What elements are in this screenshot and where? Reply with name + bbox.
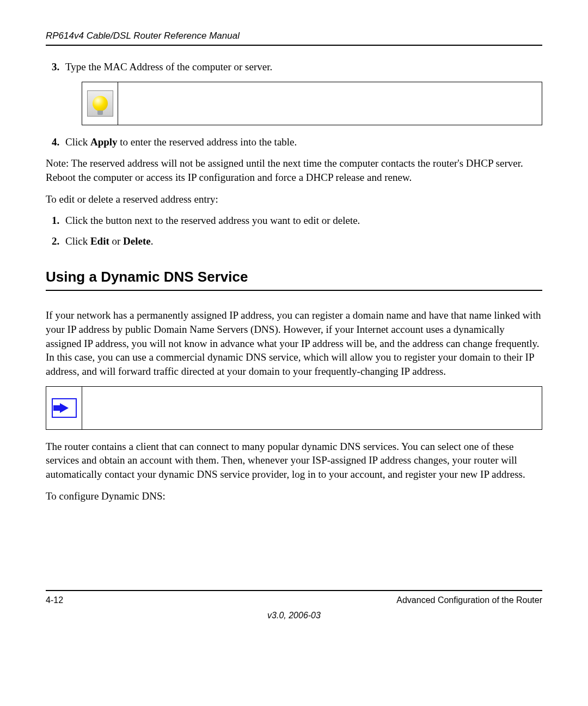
footer-section-name: Advanced Configuration of the Router: [396, 595, 542, 605]
list-item-text: Click Apply to enter the reserved addres…: [65, 136, 297, 148]
lightbulb-icon: [87, 90, 113, 117]
arrow-right-icon: [52, 398, 77, 418]
section-heading: Using a Dynamic DNS Service: [46, 269, 542, 291]
tip-callout: [82, 82, 542, 125]
note-callout: [46, 386, 542, 430]
ordered-list-steps-b: Click the button next to the reserved ad…: [46, 214, 542, 248]
running-header: RP614v4 Cable/DSL Router Reference Manua…: [46, 31, 542, 46]
list-item: Click the button next to the reserved ad…: [62, 214, 542, 228]
callout-body: [118, 82, 542, 125]
list-item: Click Apply to enter the reserved addres…: [62, 135, 542, 149]
callout-body: [82, 387, 542, 429]
page-number: 4-12: [46, 595, 63, 605]
note-paragraph: Note: The reserved address will not be a…: [46, 156, 542, 184]
list-item: Type the MAC Address of the computer or …: [62, 60, 542, 125]
edit-intro: To edit or delete a reserved address ent…: [46, 192, 542, 206]
list-item: Click Edit or Delete.: [62, 234, 542, 248]
list-item-text: Click Edit or Delete.: [65, 235, 154, 247]
ddns-paragraph-1: If your network has a permanently assign…: [46, 308, 542, 378]
version-line: v3.0, 2006-03: [46, 611, 542, 620]
document-page: RP614v4 Cable/DSL Router Reference Manua…: [0, 0, 588, 642]
ddns-paragraph-2: The router contains a client that can co…: [46, 440, 542, 482]
page-footer: 4-12 Advanced Configuration of the Route…: [46, 590, 542, 605]
callout-icon-cell: [82, 82, 118, 125]
ordered-list-steps-a: Type the MAC Address of the computer or …: [46, 60, 542, 149]
list-item-text: Click the button next to the reserved ad…: [65, 215, 360, 226]
callout-icon-cell: [46, 387, 82, 429]
ddns-config-intro: To configure Dynamic DNS:: [46, 489, 542, 503]
list-item-text: Type the MAC Address of the computer or …: [65, 61, 272, 72]
